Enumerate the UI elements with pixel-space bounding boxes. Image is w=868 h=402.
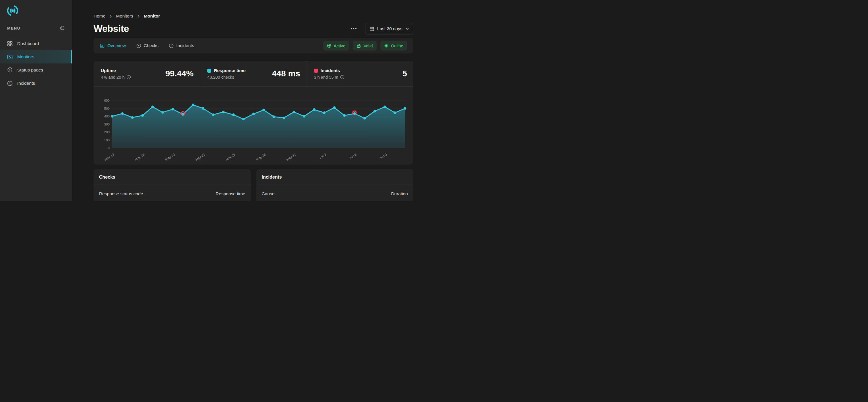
stat-label: Incidents bbox=[314, 68, 345, 73]
svg-text:Jun 9: Jun 9 bbox=[379, 153, 388, 160]
sidebar-item-label: Incidents bbox=[17, 81, 35, 86]
svg-text:May 16: May 16 bbox=[134, 153, 145, 162]
more-options-button[interactable] bbox=[350, 26, 358, 31]
ellipsis-icon bbox=[350, 28, 357, 30]
svg-text:May 19: May 19 bbox=[164, 153, 175, 162]
svg-text:300: 300 bbox=[104, 123, 110, 126]
column-response-status-code: Response status code bbox=[99, 191, 143, 196]
stat-incidents: Incidents 3 h and 55 m 5 bbox=[307, 61, 413, 86]
main-content: Home Monitors Monitor Website bbox=[72, 0, 434, 201]
stat-subtext: 3 h and 55 m bbox=[314, 75, 345, 80]
breadcrumb-monitors[interactable]: Monitors bbox=[116, 13, 133, 19]
sonar-logo-icon bbox=[7, 5, 19, 17]
app-logo[interactable] bbox=[0, 0, 72, 17]
stat-subtext: 43,200 checks bbox=[207, 75, 245, 80]
svg-text:200: 200 bbox=[104, 130, 110, 134]
svg-text:May 25: May 25 bbox=[225, 153, 236, 162]
svg-text:Jun 6: Jun 6 bbox=[348, 153, 357, 160]
status-badge-online[interactable]: Online bbox=[380, 41, 407, 51]
svg-text:0: 0 bbox=[108, 146, 110, 150]
bar-chart-icon bbox=[100, 43, 105, 48]
stat-uptime: Uptime 4 w and 20 h 99.44% bbox=[94, 61, 200, 86]
badge-label: Valid bbox=[363, 43, 373, 48]
alert-circle-icon bbox=[7, 81, 12, 86]
date-range-button[interactable]: Last 30 days bbox=[365, 23, 413, 34]
column-cause: Cause bbox=[262, 191, 275, 196]
tab-label: Checks bbox=[144, 43, 159, 48]
sidebar: MENU Dashboard bbox=[0, 0, 72, 201]
sidebar-item-incidents[interactable]: Incidents bbox=[0, 77, 72, 90]
tab-checks[interactable]: Checks bbox=[136, 43, 159, 48]
badge-label: Active bbox=[334, 43, 346, 48]
status-dot-icon bbox=[384, 43, 389, 48]
calendar-icon bbox=[369, 26, 374, 31]
table-header-row: Response status code Response time bbox=[94, 185, 251, 201]
chevron-right-icon bbox=[109, 14, 113, 18]
breadcrumb-home[interactable]: Home bbox=[94, 13, 105, 19]
sidebar-item-label: Status pages bbox=[17, 67, 43, 73]
breadcrumb: Home Monitors Monitor bbox=[94, 13, 413, 19]
tab-bar: Overview Checks Incidents bbox=[94, 38, 413, 53]
stat-response-time: Response time 43,200 checks 448 ms bbox=[200, 61, 307, 86]
svg-text:500: 500 bbox=[104, 107, 110, 110]
stat-value-uptime: 99.44% bbox=[165, 69, 193, 79]
sidebar-nav: Dashboard Monitors Status pages bbox=[0, 37, 72, 90]
info-icon[interactable] bbox=[127, 75, 131, 79]
response-time-chart[interactable]: 0100200300400500600 May 13 May 16 May 19… bbox=[94, 87, 413, 164]
column-response-time: Response time bbox=[216, 191, 245, 196]
sidebar-item-status-pages[interactable]: Status pages bbox=[0, 63, 72, 77]
globe-www-icon bbox=[327, 43, 332, 48]
svg-text:400: 400 bbox=[104, 115, 110, 118]
disc-icon bbox=[136, 43, 141, 48]
sidebar-item-monitors[interactable]: Monitors bbox=[0, 50, 72, 63]
overview-card: Uptime 4 w and 20 h 99.44% bbox=[94, 61, 413, 164]
info-icon[interactable] bbox=[340, 75, 344, 79]
badge-label: Online bbox=[391, 43, 403, 48]
lock-icon bbox=[356, 43, 361, 48]
chevron-down-icon bbox=[405, 27, 409, 31]
stats-row: Uptime 4 w and 20 h 99.44% bbox=[94, 61, 413, 87]
svg-text:May 28: May 28 bbox=[255, 153, 267, 162]
status-badge-valid[interactable]: Valid bbox=[353, 41, 376, 51]
broadcast-icon bbox=[7, 67, 12, 73]
panel-title: Incidents bbox=[262, 175, 282, 180]
stat-subtext: 4 w and 20 h bbox=[101, 75, 131, 80]
page-title: Website bbox=[94, 23, 129, 34]
sidebar-item-label: Monitors bbox=[17, 54, 34, 59]
tab-label: Overview bbox=[107, 43, 126, 48]
theme-mask-icon[interactable] bbox=[60, 26, 65, 30]
app-window: MENU Dashboard bbox=[0, 0, 434, 201]
stat-label: Response time bbox=[207, 68, 245, 73]
svg-text:May 13: May 13 bbox=[104, 153, 115, 162]
grid-icon bbox=[7, 41, 12, 47]
tab-incidents[interactable]: Incidents bbox=[169, 43, 194, 48]
chevron-right-icon bbox=[136, 14, 141, 18]
monitor-pulse-icon bbox=[7, 54, 12, 60]
checks-panel: Checks Response status code Response tim… bbox=[94, 169, 251, 201]
incidents-panel: Incidents Cause Duration bbox=[256, 169, 414, 201]
sidebar-item-label: Dashboard bbox=[17, 41, 39, 46]
stat-value-response-time: 448 ms bbox=[272, 69, 300, 79]
svg-text:600: 600 bbox=[104, 99, 110, 102]
sidebar-item-dashboard[interactable]: Dashboard bbox=[0, 37, 72, 50]
table-header-row: Cause Duration bbox=[256, 185, 414, 201]
date-range-label: Last 30 days bbox=[377, 26, 402, 31]
teal-series-swatch bbox=[207, 69, 211, 73]
stat-value-incidents: 5 bbox=[402, 69, 407, 79]
red-series-swatch bbox=[314, 69, 318, 73]
menu-section-label: MENU bbox=[7, 26, 20, 30]
alert-circle-icon bbox=[169, 43, 174, 48]
svg-text:May 22: May 22 bbox=[195, 153, 206, 162]
status-badge-active[interactable]: Active bbox=[323, 41, 349, 51]
column-duration: Duration bbox=[391, 191, 408, 196]
tab-label: Incidents bbox=[176, 43, 194, 48]
tab-overview[interactable]: Overview bbox=[100, 43, 126, 48]
svg-text:Jun 3: Jun 3 bbox=[318, 153, 327, 160]
bottom-panels: Checks Response status code Response tim… bbox=[94, 169, 413, 201]
svg-text:100: 100 bbox=[104, 138, 110, 142]
breadcrumb-current: Monitor bbox=[144, 13, 160, 19]
stat-label: Uptime bbox=[101, 68, 131, 73]
svg-text:May 31: May 31 bbox=[286, 153, 297, 162]
panel-title: Checks bbox=[99, 175, 115, 180]
